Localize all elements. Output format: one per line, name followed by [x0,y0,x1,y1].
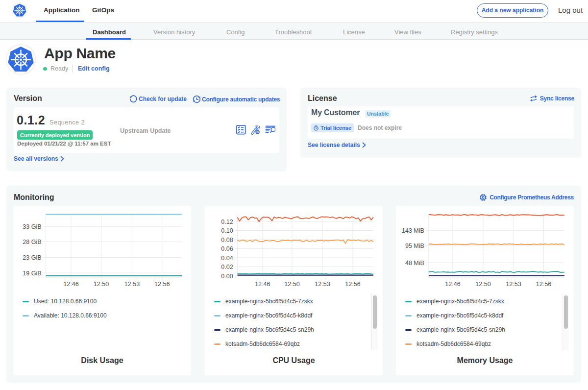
svg-text:28 GiB: 28 GiB [23,239,41,245]
svg-text:0.00: 0.00 [221,273,233,280]
svg-text:0.10: 0.10 [221,227,233,234]
svg-text:0.12: 0.12 [221,219,233,225]
svg-text:33 GiB: 33 GiB [23,223,41,230]
svg-text:95 MiB: 95 MiB [405,243,424,249]
svg-text:19 GiB: 19 GiB [23,270,41,277]
svg-text:23 GiB: 23 GiB [23,254,41,261]
svg-text:12:50: 12:50 [284,281,299,288]
svg-text:12:56: 12:56 [345,281,360,288]
svg-text:12:53: 12:53 [315,281,330,288]
svg-text:143 MiB: 143 MiB [402,227,424,234]
svg-text:0.06: 0.06 [221,245,233,252]
svg-text:12:53: 12:53 [506,281,521,288]
svg-text:12:53: 12:53 [124,281,140,288]
svg-text:0.04: 0.04 [221,255,233,262]
svg-text:12:50: 12:50 [475,281,490,288]
svg-text:0.08: 0.08 [221,237,233,244]
svg-text:12:46: 12:46 [255,281,270,288]
svg-text:12:50: 12:50 [94,281,109,288]
svg-text:0.02: 0.02 [221,264,233,270]
svg-text:12:56: 12:56 [536,281,551,288]
svg-text:12:46: 12:46 [445,281,460,288]
svg-text:12:56: 12:56 [154,281,170,288]
svg-text:12:46: 12:46 [63,281,78,288]
svg-text:48 MiB: 48 MiB [405,260,424,267]
